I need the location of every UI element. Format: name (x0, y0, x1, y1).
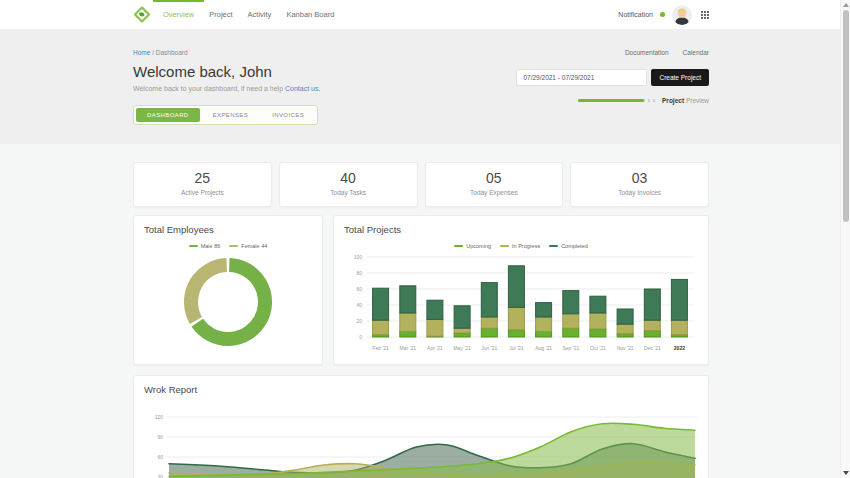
card-title: Total Projects (334, 216, 708, 241)
top-nav: Overview Project Activity Kanban Board N… (0, 0, 850, 29)
date-actions-row: Create Project (516, 69, 709, 86)
breadcrumb-home-link[interactable]: Home (133, 49, 150, 56)
svg-text:Dec '21: Dec '21 (644, 345, 661, 351)
page-subtitle: Welcome back to your dashboard, if need … (133, 85, 320, 92)
svg-text:May '21: May '21 (453, 345, 471, 351)
dashboard-tabs: DASHBOARD EXPENSES INVOICES (133, 105, 318, 125)
stat-card-active-projects: 25 Active Projects (133, 162, 272, 207)
svg-text:Oct '21: Oct '21 (590, 345, 606, 351)
app-logo-icon[interactable] (133, 6, 151, 24)
project-preview-row: Project Preview (578, 97, 709, 104)
svg-text:Jul '21: Jul '21 (509, 345, 524, 351)
total-employees-card: Total Employees Male 86 Female 44 (133, 215, 323, 365)
breadcrumb-separator: / (152, 49, 154, 56)
page-title: Welcome back, John (133, 63, 272, 80)
svg-text:60: 60 (157, 454, 163, 460)
nav-inner: Overview Project Activity Kanban Board N… (133, 0, 709, 29)
create-project-button[interactable]: Create Project (651, 69, 709, 86)
stat-card-today-invoices: 03 Today Invoices (570, 162, 709, 207)
charts-row: Total Employees Male 86 Female 44 Total … (133, 215, 709, 365)
legend-dash-icon (189, 245, 198, 247)
donut-legend: Male 86 Female 44 (134, 243, 322, 249)
stat-label: Today Tasks (280, 189, 417, 196)
dashboard-page: Overview Project Activity Kanban Board N… (0, 0, 850, 478)
svg-text:40: 40 (356, 302, 362, 308)
svg-text:30: 30 (157, 474, 163, 478)
card-title: Wrok Report (134, 376, 708, 401)
svg-text:Aug '21: Aug '21 (535, 345, 552, 351)
svg-text:Sep '21: Sep '21 (562, 345, 579, 351)
svg-text:Nov '21: Nov '21 (617, 345, 634, 351)
svg-text:Mar '21: Mar '21 (400, 345, 417, 351)
legend-dash-icon (549, 245, 558, 247)
content-area: 25 Active Projects 40 Today Tasks 05 Tod… (0, 144, 850, 478)
svg-text:Feb '21: Feb '21 (372, 345, 389, 351)
svg-text:90: 90 (157, 434, 163, 440)
project-progress-fill (578, 99, 644, 102)
stat-label: Today Expenses (426, 189, 563, 196)
notification-label[interactable]: Notification (618, 11, 653, 18)
legend-dash-icon (500, 245, 509, 247)
scrollbar-down-arrow-icon[interactable] (843, 471, 849, 475)
hero-band: Home / Dashboard Documentation Calendar … (0, 29, 850, 144)
svg-text:2022: 2022 (674, 345, 685, 351)
stat-value: 25 (134, 170, 271, 186)
svg-text:20: 20 (356, 318, 362, 324)
nav-item-overview[interactable]: Overview (163, 0, 194, 29)
employees-donut-chart (182, 256, 274, 348)
work-report-area-chart: 120906030 (143, 405, 699, 478)
work-report-card: Wrok Report 120906030 (133, 375, 709, 478)
stat-card-today-expenses: 05 Today Expenses (425, 162, 564, 207)
user-avatar[interactable] (672, 5, 692, 25)
stat-card-today-tasks: 40 Today Tasks (279, 162, 418, 207)
legend-item-completed[interactable]: Completed (549, 243, 588, 249)
nav-item-activity[interactable]: Activity (248, 0, 272, 29)
project-preview-label: Project Preview (662, 97, 709, 104)
total-projects-card: Total Projects Upcoming In Progress Comp… (333, 215, 709, 365)
date-range-input[interactable] (516, 69, 647, 86)
stat-label: Today Invoices (571, 189, 708, 196)
breadcrumb-current: Dashboard (156, 49, 188, 56)
contact-us-link[interactable]: Contact us. (285, 85, 320, 92)
legend-item-female[interactable]: Female 44 (229, 243, 267, 249)
nav-right: Notification (618, 5, 709, 25)
notification-status-dot-icon (660, 12, 665, 17)
scrollbar-up-arrow-icon[interactable] (843, 3, 849, 7)
stat-value: 03 (571, 170, 708, 186)
calendar-link[interactable]: Calendar (683, 49, 709, 56)
tab-expenses[interactable]: EXPENSES (202, 108, 260, 122)
stats-row: 25 Active Projects 40 Today Tasks 05 Tod… (133, 162, 709, 207)
svg-text:60: 60 (356, 286, 362, 292)
svg-text:120: 120 (155, 414, 164, 420)
nav-links: Overview Project Activity Kanban Board (163, 0, 334, 29)
legend-item-in-progress[interactable]: In Progress (500, 243, 540, 249)
legend-item-male[interactable]: Male 86 (189, 243, 221, 249)
tab-invoices[interactable]: INVOICES (261, 108, 315, 122)
svg-text:0: 0 (359, 334, 362, 340)
bar-legend: Upcoming In Progress Completed (334, 243, 708, 249)
grid-menu-icon[interactable] (701, 11, 709, 19)
svg-text:100: 100 (354, 254, 363, 260)
svg-text:Apr '21: Apr '21 (427, 345, 443, 351)
svg-text:Jun '21: Jun '21 (481, 345, 497, 351)
card-title: Total Employees (134, 216, 322, 241)
nav-item-kanban-board[interactable]: Kanban Board (286, 0, 334, 29)
breadcrumb: Home / Dashboard (133, 49, 188, 56)
legend-dash-icon (229, 245, 238, 247)
nav-item-project[interactable]: Project (209, 0, 232, 29)
stat-value: 05 (426, 170, 563, 186)
tab-dashboard[interactable]: DASHBOARD (136, 108, 200, 122)
scrollbar-thumb[interactable] (843, 10, 849, 222)
projects-bar-chart: 020406080100Feb '21Mar '21Apr '21May '21… (343, 251, 699, 357)
legend-item-upcoming[interactable]: Upcoming (454, 243, 491, 249)
stat-value: 40 (280, 170, 417, 186)
stat-label: Active Projects (134, 189, 271, 196)
legend-dash-icon (454, 245, 463, 247)
vertical-scrollbar[interactable] (840, 0, 850, 478)
hero-links: Documentation Calendar (625, 49, 709, 56)
documentation-link[interactable]: Documentation (625, 49, 669, 56)
svg-text:80: 80 (356, 270, 362, 276)
project-progress-bar (578, 99, 656, 102)
